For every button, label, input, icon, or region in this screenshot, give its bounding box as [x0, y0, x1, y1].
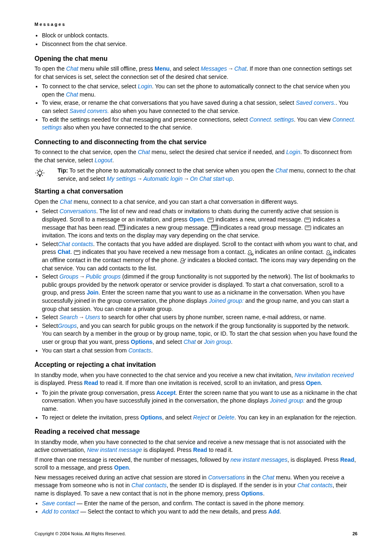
link-options[interactable]: Options	[131, 339, 152, 345]
blocked-contact-icon	[181, 258, 186, 263]
link-contacts[interactable]: Contacts	[128, 347, 151, 354]
link-save-contact[interactable]: Save contact	[42, 500, 75, 507]
link-conversations[interactable]: Conversations	[208, 474, 245, 481]
tip-block: Tip: To set the phone to automatically c…	[35, 167, 357, 183]
link-chat-btn[interactable]: Chat	[58, 249, 70, 255]
para-read-3: New messages received during an active c…	[35, 474, 357, 498]
link-saved-convers[interactable]: Saved convers.	[69, 108, 109, 114]
new-group-message-icon	[118, 226, 125, 230]
link-new-invitation[interactable]: New invitation received	[295, 372, 354, 378]
link-on-startup[interactable]: On Chat start-up	[190, 175, 233, 182]
link-auto-login[interactable]: Automatic login	[143, 175, 183, 182]
list-item: To connect to the chat service, select L…	[42, 83, 357, 99]
list-item: To reject or delete the invitation, pres…	[42, 414, 357, 422]
page-number: 26	[353, 531, 357, 537]
link-chat[interactable]: Chat	[138, 149, 150, 155]
list-item: To view, erase, or rename the chat conve…	[42, 99, 357, 115]
link-search[interactable]: Search	[60, 314, 78, 320]
link-chat-contacts[interactable]: Chat contacts	[58, 241, 93, 247]
link-join[interactable]: Join	[87, 289, 99, 296]
svg-point-0	[38, 171, 42, 175]
link-chat[interactable]: Chat	[275, 167, 288, 174]
list-item: SelectGroups, and you can search for pub…	[42, 322, 357, 346]
link-my-settings[interactable]: My settings	[107, 175, 136, 182]
para-connecting: To connect to the chat service, open the…	[35, 148, 357, 164]
link-read[interactable]: Read	[193, 447, 207, 453]
arrow-icon: →	[78, 273, 86, 281]
list-item: SelectChat contacts. The contacts that y…	[42, 240, 357, 272]
online-contact-icon	[248, 250, 253, 255]
link-options[interactable]: Options	[141, 414, 162, 421]
link-messages[interactable]: Messages	[201, 65, 227, 72]
heading-connecting: Connecting to and disconnecting from the…	[35, 138, 357, 147]
link-saved-convers[interactable]: Saved convers.	[296, 99, 336, 106]
link-chat[interactable]: Chat	[60, 198, 72, 205]
link-new-instant-message[interactable]: New instant message	[87, 447, 142, 453]
read-group-message-icon	[211, 226, 217, 230]
list-item: To edit the settings needed for chat mes…	[42, 116, 357, 132]
list-item: Select Search → Users to search for othe…	[42, 313, 357, 322]
link-menu[interactable]: Menu	[154, 65, 170, 72]
link-public-groups[interactable]: Public groups	[86, 273, 121, 280]
link-chat[interactable]: Chat	[66, 65, 78, 72]
link-new-instant-messages[interactable]: new instant messages	[231, 456, 288, 463]
link-connect-settings[interactable]: Connect. settings	[249, 116, 294, 123]
copyright: Copyright © 2004 Nokia. All Rights Reser…	[35, 531, 353, 537]
unread-message-icon	[208, 218, 214, 222]
link-reject[interactable]: Reject	[193, 414, 210, 421]
list-item: To join the private group conversation, …	[42, 389, 357, 413]
arrow-icon: →	[78, 313, 85, 322]
read-message-icon	[304, 218, 311, 222]
link-chat[interactable]: Chat	[184, 339, 196, 345]
footer: Copyright © 2004 Nokia. All Rights Reser…	[35, 531, 357, 537]
accept-bullets: To join the private group conversation, …	[35, 389, 357, 421]
arrow-icon: →	[182, 175, 190, 183]
link-conversations[interactable]: Conversations	[60, 208, 97, 214]
para-read-2: If more than one message is received, th…	[35, 456, 357, 472]
link-joined-group[interactable]: Joined group:	[270, 397, 305, 404]
link-chat[interactable]: Chat	[66, 91, 78, 98]
link-delete[interactable]: Delete	[218, 414, 234, 421]
list-item: You can start a chat session from Contac…	[42, 347, 357, 355]
link-chat-contacts[interactable]: Chat contacts	[131, 482, 167, 488]
link-read[interactable]: Read	[340, 456, 354, 463]
link-add[interactable]: Add	[268, 508, 279, 515]
list-item: Select Conversations. The list of new an…	[42, 207, 357, 240]
list-item: Add to contact — Select the contact to w…	[42, 508, 357, 516]
heading-accepting: Accepting or rejecting a chat invitation	[35, 360, 357, 369]
lightbulb-icon	[35, 167, 58, 182]
list-item: Disconnect from the chat service.	[42, 40, 357, 48]
link-login[interactable]: Login	[138, 83, 152, 90]
heading-reading: Reading a received chat message	[35, 427, 357, 436]
read-bullets: Save contact — Enter the name of the per…	[35, 500, 357, 516]
link-options[interactable]: Options	[241, 490, 263, 497]
new-message-from-contact-icon	[74, 250, 80, 255]
para-accepting: In standby mode, when you have connected…	[35, 371, 357, 387]
para-starting: Open the Chat menu, connect to a chat se…	[35, 198, 357, 206]
list-item: Save contact — Enter the name of the per…	[42, 500, 357, 508]
link-open[interactable]: Open	[114, 464, 129, 471]
link-login[interactable]: Login	[286, 149, 300, 155]
open-bullets: To connect to the chat service, select L…	[35, 83, 357, 132]
link-open[interactable]: Open	[306, 380, 321, 386]
link-logout[interactable]: Logout	[95, 157, 112, 164]
link-users[interactable]: Users	[85, 314, 100, 320]
link-chat[interactable]: Chat	[262, 474, 274, 481]
heading-starting: Starting a chat conversation	[35, 187, 357, 196]
link-join-group[interactable]: Join group	[204, 339, 231, 345]
link-chat[interactable]: Chat	[234, 65, 247, 72]
link-accept[interactable]: Accept	[157, 389, 176, 396]
link-read[interactable]: Read	[84, 380, 98, 386]
link-groups[interactable]: Groups	[58, 322, 77, 329]
invitation-icon	[305, 226, 311, 230]
arrow-icon: →	[136, 175, 143, 183]
link-add-to-contact[interactable]: Add to contact	[42, 508, 79, 515]
link-chat-contacts[interactable]: Chat contacts	[297, 482, 333, 488]
para-opening: To open the Chat menu while still offlin…	[35, 65, 357, 81]
link-joined-group[interactable]: Joined group:	[209, 297, 244, 304]
link-groups[interactable]: Groups	[60, 273, 78, 280]
offline-contact-icon	[326, 250, 331, 255]
tip-text: Tip: To set the phone to automatically c…	[58, 167, 357, 183]
link-open[interactable]: Open	[189, 216, 204, 223]
start-bullets: Select Conversations. The list of new an…	[35, 207, 357, 355]
